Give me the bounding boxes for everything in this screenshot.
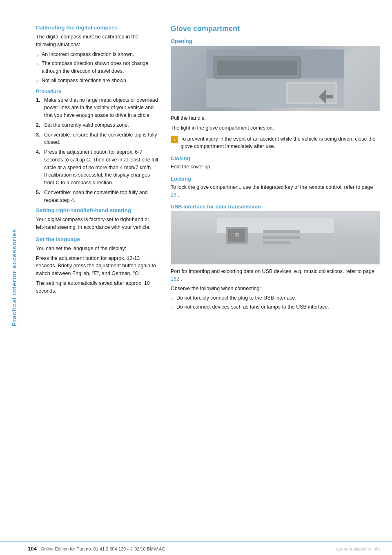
svg-rect-18 [263,242,291,245]
step-number: 3. [36,131,42,139]
locking-section: Locking To lock the glove compartment, u… [171,176,380,199]
svg-rect-3 [217,60,297,75]
page-number: 104 [28,546,37,552]
opening-title: Opening [171,38,380,44]
list-item: ▷ The compass direction shown does not c… [36,60,158,75]
usb-link[interactable]: 162 [171,276,179,282]
calibrating-title: Calibrating the digital compass [36,25,158,31]
locking-title: Locking [171,176,380,182]
language-title: Set the language [36,236,158,242]
calibrating-section: Calibrating the digital compass The digi… [36,25,158,204]
language-text2: Press the adjustment button for approx. … [36,255,158,278]
svg-rect-5 [288,84,335,102]
warning-box: ! To prevent injury in the event of an a… [171,135,380,151]
glove-svg: 01C03117725 [174,49,376,107]
list-item: 1. Make sure that no large metal objects… [36,96,158,119]
glove-image-sim: 01C03117725 [171,46,379,111]
opening-text2: The light in the glove compartment comes… [171,124,380,132]
opening-text1: Pull the handle. [171,114,380,122]
main-content: Calibrating the digital compass The digi… [28,0,392,555]
procedure-heading: Procedure [36,89,158,94]
usb-bullets: ▷ Do not forcibly connect the plug to th… [171,294,380,311]
bullet-text: Do not forcibly connect the plug to the … [176,294,296,302]
bullet-text: Not all compass directions are shown. [42,77,128,85]
usb-text-end: . [180,276,182,282]
closing-section: Closing Fold the cover up. [171,155,380,171]
usb-text-main: Port for importing and exporting data on… [171,269,374,274]
steering-section: Setting right-hand/left-hand steering Yo… [36,207,158,231]
usb-image-sim: ⊞ [171,212,379,264]
right-column: Glove compartment Opening [171,25,380,539]
glove-section: Glove compartment Opening [171,25,380,150]
warning-triangle-icon: ! [171,136,178,143]
language-text3: The setting is automatically saved after… [36,280,158,295]
list-item: 5. Convertible: open the convertible top… [36,189,158,204]
step-number: 2. [36,121,42,129]
left-column: Calibrating the digital compass The digi… [36,25,158,539]
steering-text: Your digital compass is factory-set to r… [36,216,158,231]
bullet-text: Do not connect devices such as fans or l… [176,303,329,311]
locking-text: To lock the glove compartment, use the i… [171,184,380,199]
usb-image: ⊞ [171,211,380,264]
logo-area: carmanualsonline.info [336,546,380,551]
sidebar-label: Practical interior accessories [11,229,18,326]
list-item: ▷ An incorrect compass direction is show… [36,51,158,58]
step-text: Make sure that no large metal objects or… [44,96,158,119]
usb-observe: Observe the following when connecting: [171,285,380,293]
usb-title: USB interface for data transmission [171,204,380,210]
bullet-text: An incorrect compass direction is shown. [42,51,134,58]
list-item: 2. Set the currently valid compass zone. [36,121,158,129]
list-item: ▷ Not all compass directions are shown. [36,77,158,85]
usb-svg: ⊞ [177,218,373,258]
step-text: Press the adjustment button for approx. … [44,148,158,187]
calibrating-bullets: ▷ An incorrect compass direction is show… [36,51,158,85]
sidebar: Practical interior accessories [0,0,28,555]
step-text: Convertible: open the convertible top fu… [44,189,158,204]
step-number: 4. [36,148,42,156]
calibrating-intro: The digital compass must be calibrated i… [36,33,158,49]
bullet-arrow-icon: ▷ [36,61,39,67]
list-item: ▷ Do not forcibly connect the plug to th… [171,294,380,302]
bullet-text: The compass direction shown does not cha… [42,60,158,75]
list-item: ▷ Do not connect devices such as fans or… [171,303,380,311]
svg-text:⊞: ⊞ [234,233,239,239]
bullet-arrow-icon: ▷ [171,304,174,311]
bullet-arrow-icon: ▷ [36,52,39,58]
locking-link[interactable]: 26 [171,192,176,198]
bullet-arrow-icon: ▷ [36,78,39,84]
step-text: Set the currently valid compass zone. [44,121,129,129]
footer: 104 Online Edition for Part no. 01 41 2 … [0,542,392,555]
step-number: 1. [36,96,42,104]
glove-image: 01C03117725 [171,46,380,111]
locking-text-end: . [178,192,179,198]
svg-rect-16 [263,230,300,233]
language-text1: You can set the language of the display: [36,245,158,253]
warning-text: To prevent injury in the event of an acc… [180,135,380,151]
footer-text: Online Edition for Part no. 01 41 2 604 … [41,546,165,551]
locking-text-main: To lock the glove compartment, use the i… [171,184,373,190]
closing-text: Fold the cover up. [171,163,380,171]
usb-section: USB interface for data transmission ⊞ [171,204,380,311]
language-section: Set the language You can set the languag… [36,236,158,295]
list-item: 3. Convertible: ensure that the converti… [36,131,158,147]
svg-rect-17 [263,236,300,239]
svg-text:01C03117725: 01C03117725 [339,105,342,107]
list-item: 4. Press the adjustment button for appro… [36,148,158,187]
steering-title: Setting right-hand/left-hand steering [36,207,158,213]
warning-icon: ! [171,136,178,143]
step-number: 5. [36,189,42,197]
bullet-arrow-icon: ▷ [171,295,174,302]
page-wrapper: Practical interior accessories Calibrati… [0,0,392,555]
glove-title: Glove compartment [171,25,380,33]
svg-text:!: ! [174,138,175,142]
closing-title: Closing [171,155,380,161]
watermark: carmanualsonline.info [336,546,380,551]
procedure-steps: 1. Make sure that no large metal objects… [36,96,158,204]
step-text: Convertible: ensure that the convertible… [44,131,158,147]
usb-text1: Port for importing and exporting data on… [171,268,380,283]
